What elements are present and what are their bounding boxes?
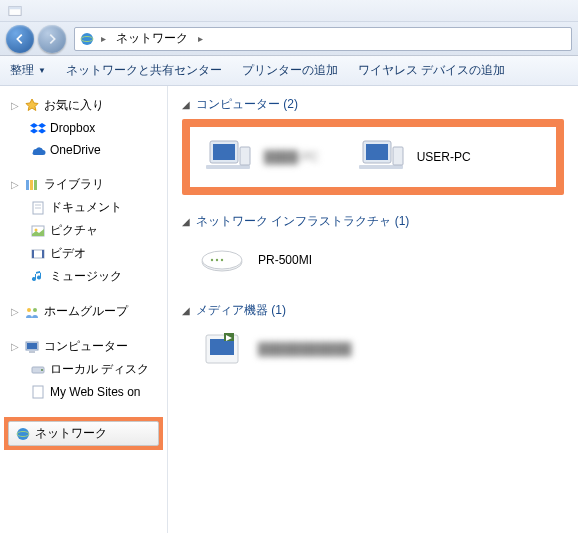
- organize-label: 整理: [10, 62, 34, 79]
- network-icon: [15, 426, 31, 442]
- sidebar-item-label: ネットワーク: [35, 425, 107, 442]
- video-icon: [30, 246, 46, 262]
- homegroup-icon: [24, 304, 40, 320]
- organize-menu[interactable]: 整理 ▼: [10, 62, 46, 79]
- sidebar-item-label: コンピューター: [44, 338, 128, 355]
- arrow-down-icon: ◢: [182, 216, 190, 227]
- svg-rect-26: [213, 144, 235, 160]
- svg-rect-4: [26, 180, 29, 190]
- svg-rect-6: [34, 180, 37, 190]
- expander-icon[interactable]: ▷: [10, 307, 20, 317]
- sidebar-item-videos[interactable]: ビデオ: [0, 242, 167, 265]
- router-icon: [198, 240, 246, 280]
- add-printer-button[interactable]: プリンターの追加: [242, 62, 338, 79]
- svg-rect-1: [9, 6, 21, 9]
- dropbox-icon: [30, 120, 46, 136]
- forward-button[interactable]: [38, 25, 66, 53]
- sidebar-item-documents[interactable]: ドキュメント: [0, 196, 167, 219]
- svg-point-36: [216, 259, 218, 261]
- svg-rect-31: [359, 165, 403, 169]
- computer-icon: [24, 339, 40, 355]
- toolbar: 整理 ▼ ネットワークと共有センター プリンターの追加 ワイヤレス デバイスの追…: [0, 56, 578, 86]
- device-media[interactable]: ███████████: [182, 325, 564, 373]
- sidebar-libraries[interactable]: ▷ ライブラリ: [0, 173, 167, 196]
- section-header-infrastructure[interactable]: ◢ ネットワーク インフラストラクチャ (1): [182, 213, 564, 230]
- svg-rect-28: [240, 147, 250, 165]
- device-router[interactable]: PR-500MI: [182, 236, 564, 284]
- sidebar-item-label: Dropbox: [50, 121, 95, 135]
- highlight-annotation: ████-PC USER-PC: [182, 119, 564, 195]
- sidebar-item-label: ローカル ディスク: [50, 361, 149, 378]
- sidebar-favorites[interactable]: ▷ お気に入り: [0, 94, 167, 117]
- breadcrumb[interactable]: ▸ ネットワーク ▸: [74, 27, 572, 51]
- expander-icon[interactable]: ▷: [10, 180, 20, 190]
- sidebar-item-dropbox[interactable]: Dropbox: [0, 117, 167, 139]
- svg-point-23: [17, 428, 29, 440]
- picture-icon: [30, 223, 46, 239]
- sidebar-item-onedrive[interactable]: OneDrive: [0, 139, 167, 161]
- svg-rect-5: [30, 180, 33, 190]
- music-icon: [30, 269, 46, 285]
- document-icon: [30, 200, 46, 216]
- svg-rect-14: [42, 250, 44, 258]
- add-wireless-device-button[interactable]: ワイヤレス デバイスの追加: [358, 62, 505, 79]
- breadcrumb-text[interactable]: ネットワーク: [112, 30, 192, 47]
- sidebar-item-music[interactable]: ミュージック: [0, 265, 167, 288]
- sidebar-item-label: OneDrive: [50, 143, 101, 157]
- sidebar-item-local-disk[interactable]: ローカル ディスク: [0, 358, 167, 381]
- back-button[interactable]: [6, 25, 34, 53]
- svg-point-35: [211, 259, 213, 261]
- media-device-icon: [198, 329, 246, 369]
- expander-icon[interactable]: ▷: [10, 342, 20, 352]
- pc-icon: [204, 137, 252, 177]
- navigation-pane: ▷ お気に入り Dropbox OneDrive ▷ ライブラリ ドキュメント …: [0, 86, 168, 533]
- section-header-media[interactable]: ◢ メディア機器 (1): [182, 302, 564, 319]
- svg-rect-32: [393, 147, 403, 165]
- svg-point-21: [41, 369, 43, 371]
- sidebar-item-web-sites[interactable]: My Web Sites on: [0, 381, 167, 403]
- highlight-annotation: ネットワーク: [4, 417, 163, 450]
- svg-rect-39: [210, 339, 234, 355]
- expander-icon[interactable]: ▷: [10, 101, 20, 111]
- disk-icon: [30, 362, 46, 378]
- section-header-computers[interactable]: ◢ コンピューター (2): [182, 96, 564, 113]
- sidebar-item-label: My Web Sites on: [50, 385, 140, 399]
- sidebar-item-label: ミュージック: [50, 268, 122, 285]
- window-icon: [8, 4, 22, 18]
- sidebar-item-label: ホームグループ: [44, 303, 128, 320]
- svg-point-2: [81, 33, 93, 45]
- svg-point-37: [221, 259, 223, 261]
- sidebar-item-pictures[interactable]: ピクチャ: [0, 219, 167, 242]
- svg-point-16: [33, 308, 37, 312]
- svg-rect-19: [29, 351, 35, 353]
- sidebar-item-label: ドキュメント: [50, 199, 122, 216]
- sidebar-network[interactable]: ネットワーク: [8, 421, 159, 446]
- onedrive-icon: [30, 142, 46, 158]
- svg-point-15: [27, 308, 31, 312]
- sidebar-item-label: ピクチャ: [50, 222, 98, 239]
- arrow-down-icon: ◢: [182, 99, 190, 110]
- device-label: ████-PC: [264, 150, 319, 164]
- section-title: メディア機器 (1): [196, 302, 286, 319]
- chevron-down-icon: ▼: [38, 66, 46, 75]
- sidebar-computer[interactable]: ▷ コンピューター: [0, 335, 167, 358]
- nav-bar: ▸ ネットワーク ▸: [0, 22, 578, 56]
- network-sharing-center-button[interactable]: ネットワークと共有センター: [66, 62, 222, 79]
- device-computer[interactable]: ████-PC: [200, 133, 323, 181]
- svg-rect-18: [27, 343, 37, 349]
- page-icon: [30, 384, 46, 400]
- device-computer[interactable]: USER-PC: [353, 133, 475, 181]
- section-title: ネットワーク インフラストラクチャ (1): [196, 213, 409, 230]
- svg-rect-22: [33, 386, 43, 398]
- sidebar-homegroup[interactable]: ▷ ホームグループ: [0, 300, 167, 323]
- arrow-down-icon: ◢: [182, 305, 190, 316]
- device-label: ███████████: [258, 342, 352, 356]
- pc-icon: [357, 137, 405, 177]
- svg-rect-30: [366, 144, 388, 160]
- sidebar-item-label: ライブラリ: [44, 176, 104, 193]
- main-pane: ◢ コンピューター (2) ████-PC USER-PC: [168, 86, 578, 533]
- svg-rect-27: [206, 165, 250, 169]
- sidebar-item-label: ビデオ: [50, 245, 86, 262]
- content-area: ▷ お気に入り Dropbox OneDrive ▷ ライブラリ ドキュメント …: [0, 86, 578, 533]
- device-label: PR-500MI: [258, 253, 312, 267]
